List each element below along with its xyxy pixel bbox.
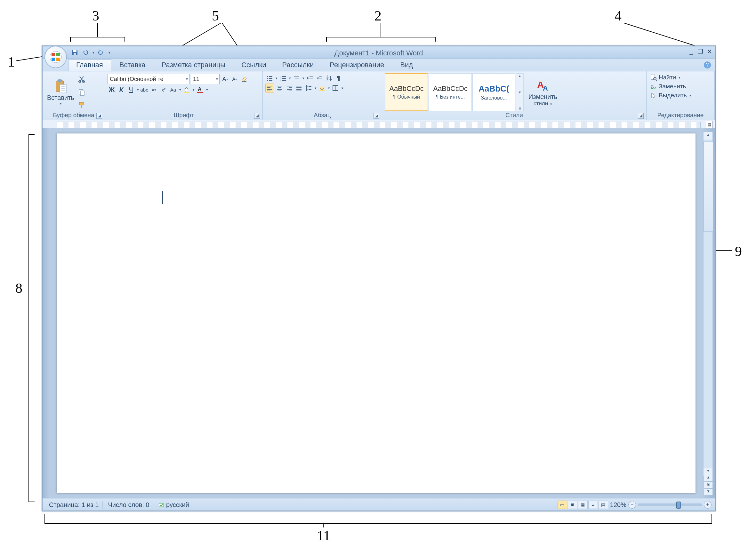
view-draft[interactable]: ▤ xyxy=(598,501,608,509)
gallery-scroll-up[interactable]: ▴ xyxy=(516,74,523,78)
font-family-combo[interactable]: Calibri (Основной те xyxy=(108,74,190,84)
undo-icon[interactable] xyxy=(82,49,89,56)
select-button[interactable]: Выделить ▾ xyxy=(649,91,712,99)
document-page[interactable] xyxy=(57,133,696,493)
browse-object-icon[interactable]: ◉ xyxy=(704,482,713,488)
case-dropdown-icon[interactable]: ▾ xyxy=(179,88,181,92)
numbering-dropdown-icon[interactable]: ▾ xyxy=(289,76,291,80)
superscript-button[interactable]: x² xyxy=(159,85,168,94)
style-no-spacing[interactable]: AaBbCcDc ¶ Без инте... xyxy=(429,73,472,111)
tab-page-layout[interactable]: Разметка страницы xyxy=(154,59,233,71)
previous-page-icon[interactable]: ▲ xyxy=(704,475,713,481)
font-size-combo[interactable]: 11 xyxy=(191,74,219,84)
font-color-dropdown-icon[interactable]: ▾ xyxy=(206,88,208,92)
strikethrough-button[interactable]: abe xyxy=(140,85,149,94)
undo-dropdown-icon[interactable]: ▾ xyxy=(92,51,94,55)
bullets-icon[interactable] xyxy=(265,74,274,82)
style-normal[interactable]: AaBbCcDc ¶ Обычный xyxy=(385,73,428,111)
view-web-layout[interactable]: ▦ xyxy=(578,501,588,509)
help-icon[interactable]: ? xyxy=(704,61,711,69)
status-language[interactable]: русский xyxy=(155,501,193,509)
subscript-button[interactable]: x₂ xyxy=(150,85,158,94)
decrease-indent-icon[interactable] xyxy=(306,74,314,82)
format-painter-icon[interactable] xyxy=(78,101,86,110)
sort-icon[interactable]: AZ xyxy=(325,74,333,82)
redo-icon[interactable] xyxy=(98,49,104,56)
line-spacing-icon[interactable] xyxy=(304,84,313,92)
style-heading1[interactable]: AaBbC( Заголово... xyxy=(472,73,515,111)
select-dropdown-icon[interactable]: ▾ xyxy=(689,93,691,98)
italic-button[interactable]: К xyxy=(117,85,125,94)
borders-icon[interactable] xyxy=(331,84,340,92)
align-left-icon[interactable] xyxy=(265,84,274,92)
find-button[interactable]: Найти ▾ xyxy=(649,73,712,82)
shading-dropdown-icon[interactable]: ▾ xyxy=(328,86,330,90)
find-dropdown-icon[interactable]: ▾ xyxy=(678,76,680,80)
zoom-level[interactable]: 120% xyxy=(610,501,626,509)
highlight-dropdown-icon[interactable]: ▾ xyxy=(193,88,195,92)
zoom-in-button[interactable]: + xyxy=(704,501,712,509)
view-full-screen[interactable]: ▣ xyxy=(568,501,577,509)
scroll-up-icon[interactable]: ▴ xyxy=(704,132,712,139)
svg-rect-31 xyxy=(79,102,84,105)
gallery-more[interactable]: ≡ xyxy=(516,106,523,111)
close-button[interactable]: ✕ xyxy=(706,48,713,55)
scroll-thumb[interactable] xyxy=(704,141,713,232)
horizontal-ruler[interactable]: ▤ xyxy=(43,120,715,129)
qat-customize-icon[interactable]: ▾ xyxy=(109,51,111,55)
status-page[interactable]: Страница: 1 из 1 xyxy=(45,501,103,509)
minimize-button[interactable]: _ xyxy=(688,48,695,55)
multilevel-list-icon[interactable] xyxy=(292,74,300,82)
copy-icon[interactable] xyxy=(78,88,86,96)
zoom-out-button[interactable]: − xyxy=(628,501,636,509)
view-print-layout[interactable]: ▭ xyxy=(557,501,567,509)
tab-references[interactable]: Ссылки xyxy=(234,59,274,71)
grow-font-icon[interactable]: A▴ xyxy=(221,75,229,83)
bold-button[interactable]: Ж xyxy=(108,85,116,94)
zoom-slider[interactable] xyxy=(638,504,702,506)
vertical-scrollbar[interactable]: ▴ ▾ xyxy=(703,132,713,476)
ruler-toggle[interactable]: ▤ xyxy=(706,121,713,128)
replace-button[interactable]: abac Заменить xyxy=(649,82,712,91)
increase-indent-icon[interactable] xyxy=(315,74,324,82)
view-outline[interactable]: ≡ xyxy=(588,501,598,509)
align-right-icon[interactable] xyxy=(285,84,294,92)
show-marks-icon[interactable]: ¶ xyxy=(334,74,343,82)
clipboard-dialog-launcher[interactable]: ◢ xyxy=(96,113,102,119)
multilevel-dropdown-icon[interactable]: ▾ xyxy=(302,76,304,80)
cut-icon[interactable] xyxy=(78,75,86,83)
tab-review[interactable]: Рецензирование xyxy=(322,59,392,71)
shading-icon[interactable] xyxy=(318,84,326,92)
restore-button[interactable]: ❐ xyxy=(697,48,704,55)
numbering-icon[interactable]: 123 xyxy=(279,74,287,82)
office-button[interactable] xyxy=(44,46,67,68)
highlight-icon[interactable] xyxy=(182,85,191,94)
gallery-scroll-down[interactable]: ▾ xyxy=(516,90,523,94)
styles-dialog-launcher[interactable]: ◢ xyxy=(638,113,644,119)
bullets-dropdown-icon[interactable]: ▾ xyxy=(276,76,278,80)
style-name-normal: ¶ Обычный xyxy=(386,94,427,100)
save-icon[interactable] xyxy=(71,49,78,56)
zoom-slider-knob[interactable] xyxy=(676,502,681,509)
underline-dropdown-icon[interactable]: ▾ xyxy=(137,88,139,92)
underline-button[interactable]: Ч xyxy=(127,85,135,94)
align-justify-icon[interactable] xyxy=(295,84,303,92)
clear-formatting-icon[interactable] xyxy=(240,75,248,83)
paragraph-dialog-launcher[interactable]: ◢ xyxy=(374,113,379,119)
align-center-icon[interactable] xyxy=(276,84,284,92)
change-styles-button[interactable]: A A Изменить стили ▾ xyxy=(524,73,561,111)
paste-dropdown-icon[interactable]: ▾ xyxy=(60,101,62,105)
font-dialog-launcher[interactable]: ◢ xyxy=(254,113,260,119)
paste-button[interactable]: Вставить ▾ xyxy=(44,73,77,112)
line-spacing-dropdown-icon[interactable]: ▾ xyxy=(314,86,317,90)
tab-insert[interactable]: Вставка xyxy=(112,59,153,71)
tab-view[interactable]: Вид xyxy=(392,59,421,71)
borders-dropdown-icon[interactable]: ▾ xyxy=(341,86,343,90)
next-page-icon[interactable]: ▼ xyxy=(704,489,713,495)
change-case-button[interactable]: Aa xyxy=(169,85,177,94)
font-color-icon[interactable]: A xyxy=(196,85,204,94)
tab-mailings[interactable]: Рассылки xyxy=(275,59,322,71)
shrink-font-icon[interactable]: A▾ xyxy=(230,75,239,83)
tab-home[interactable]: Главная xyxy=(68,59,111,71)
status-word-count[interactable]: Число слов: 0 xyxy=(104,501,153,509)
